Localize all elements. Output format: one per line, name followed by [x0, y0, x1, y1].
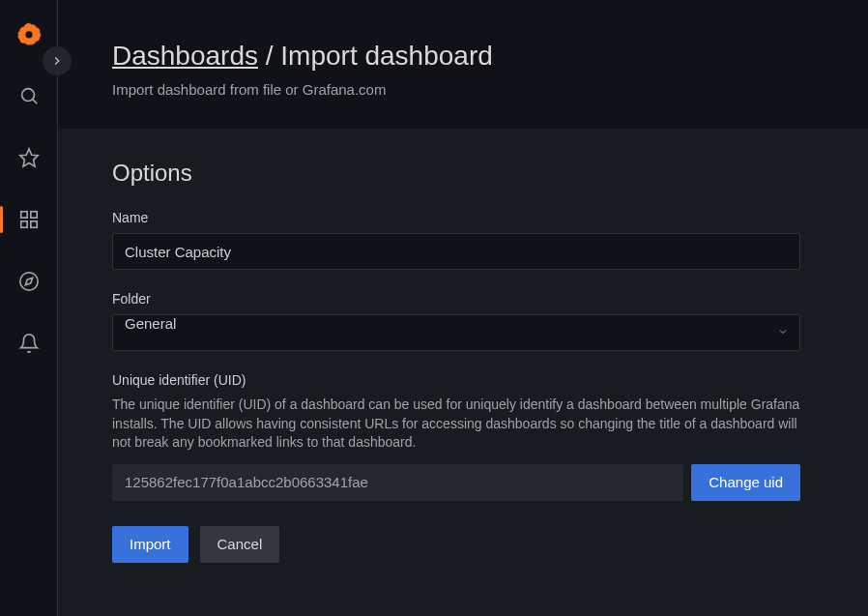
- svg-point-0: [21, 89, 34, 102]
- breadcrumb-current: Import dashboard: [280, 41, 492, 71]
- svg-line-1: [32, 100, 37, 104]
- uid-label: Unique identifier (UID): [112, 372, 800, 388]
- alerting-icon[interactable]: [10, 324, 48, 363]
- name-input[interactable]: [112, 233, 800, 270]
- uid-help-text: The unique identifier (UID) of a dashboa…: [112, 396, 800, 453]
- search-icon[interactable]: [10, 76, 48, 115]
- grafana-logo[interactable]: [10, 15, 48, 53]
- action-buttons: Import Cancel: [112, 526, 800, 563]
- name-field-group: Name: [112, 210, 800, 270]
- expand-sidebar-button[interactable]: [43, 46, 72, 75]
- uid-field-group: Unique identifier (UID) The unique ident…: [112, 372, 800, 501]
- import-button[interactable]: Import: [112, 526, 188, 563]
- starred-icon[interactable]: [10, 138, 48, 177]
- folder-label: Folder: [112, 291, 800, 307]
- main-content: Dashboards / Import dashboard Import das…: [58, 0, 868, 616]
- svg-marker-8: [25, 278, 32, 284]
- folder-select[interactable]: General: [112, 314, 800, 351]
- svg-point-7: [19, 273, 37, 290]
- svg-rect-5: [30, 221, 36, 227]
- svg-marker-2: [19, 149, 37, 166]
- svg-rect-3: [20, 212, 26, 218]
- sidebar: [0, 0, 58, 616]
- page-subtitle: Import dashboard from file or Grafana.co…: [112, 81, 814, 98]
- dashboards-icon[interactable]: [10, 200, 48, 239]
- page-header: Dashboards / Import dashboard Import das…: [58, 0, 868, 129]
- svg-rect-4: [30, 212, 36, 218]
- svg-rect-6: [20, 221, 26, 227]
- section-title: Options: [112, 160, 800, 187]
- folder-field-group: Folder General: [112, 291, 800, 351]
- explore-icon[interactable]: [10, 262, 48, 301]
- breadcrumb: Dashboards / Import dashboard: [112, 41, 814, 72]
- uid-input: [112, 464, 683, 501]
- breadcrumb-parent-link[interactable]: Dashboards: [112, 41, 258, 71]
- breadcrumb-separator: /: [266, 41, 281, 71]
- change-uid-button[interactable]: Change uid: [691, 464, 800, 501]
- name-label: Name: [112, 210, 800, 225]
- content-area: Options Name Folder General Unique ident…: [58, 129, 868, 616]
- cancel-button[interactable]: Cancel: [200, 526, 280, 563]
